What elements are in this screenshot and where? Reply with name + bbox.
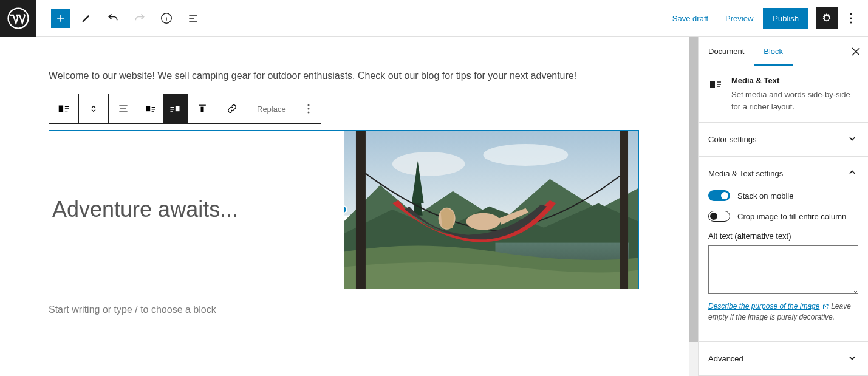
svg-point-19 (466, 213, 501, 230)
align-icon (117, 103, 129, 115)
edit-mode-button[interactable] (75, 7, 97, 29)
svg-rect-16 (356, 131, 366, 289)
svg-point-4 (850, 22, 852, 24)
panel-title: Advanced (708, 354, 743, 363)
media-right-icon (169, 103, 181, 115)
save-draft-button[interactable]: Save draft (665, 8, 716, 29)
panel-header-color[interactable]: Color settings (699, 123, 868, 156)
undo-icon (107, 12, 119, 24)
close-icon (852, 47, 860, 56)
media-text-content[interactable]: Adventure awaits... (49, 131, 344, 289)
chevron-up-icon (846, 166, 858, 180)
gear-icon (821, 12, 833, 24)
publish-button[interactable]: Publish (763, 8, 808, 29)
svg-rect-6 (146, 106, 151, 111)
settings-sidebar: Document Block Media & Text Set media an… (698, 37, 868, 376)
media-text-image[interactable] (344, 131, 638, 289)
media-text-icon (57, 102, 70, 115)
toggle-label: Stack on mobile (737, 191, 794, 200)
editor-topbar: Save draft Preview Publish (0, 0, 868, 37)
media-left-button[interactable] (138, 94, 163, 123)
dots-vertical-icon (850, 13, 852, 24)
chevron-down-icon (846, 132, 858, 146)
wordpress-icon (7, 7, 29, 29)
svg-rect-5 (59, 106, 63, 112)
valign-icon (196, 103, 208, 115)
panel-title: Media & Text settings (708, 169, 783, 178)
alt-text-input[interactable] (708, 245, 858, 294)
new-block-placeholder[interactable]: Start writing or type / to choose a bloc… (49, 304, 671, 315)
media-right-button[interactable] (163, 94, 187, 123)
info-icon (160, 12, 173, 25)
wordpress-logo[interactable] (0, 0, 36, 37)
topbar-left-tools (36, 7, 204, 29)
panel-header-media-text[interactable]: Media & Text settings (699, 157, 868, 190)
tab-document[interactable]: Document (699, 37, 754, 66)
svg-point-13 (392, 152, 465, 176)
block-more-button[interactable] (296, 94, 321, 123)
settings-toggle-button[interactable] (816, 7, 838, 29)
link-button[interactable] (217, 94, 247, 123)
add-block-button[interactable] (51, 9, 70, 28)
hammock-photo-placeholder (344, 131, 638, 289)
svg-point-11 (307, 112, 309, 114)
panel-body-media-text: Stack on mobile Crop image to fill entir… (699, 190, 868, 332)
tab-block[interactable]: Block (754, 37, 793, 66)
panel-media-text-settings: Media & Text settings Stack on mobile Cr… (699, 156, 868, 332)
svg-point-10 (307, 108, 309, 110)
panel-title: Color settings (708, 135, 756, 144)
toggle-crop-image[interactable] (708, 211, 730, 222)
svg-rect-7 (176, 106, 180, 111)
alt-text-label: Alt text (alternative text) (708, 231, 858, 241)
block-info-header: Media & Text Set media and words side-by… (699, 66, 868, 122)
undo-button[interactable] (102, 7, 124, 29)
svg-point-2 (850, 13, 852, 15)
svg-point-3 (850, 18, 852, 19)
intro-paragraph[interactable]: Welcome to our website! We sell camping … (49, 70, 671, 81)
outline-button[interactable] (182, 7, 204, 29)
more-options-button[interactable] (840, 7, 862, 29)
alt-help-text: Describe the purpose of the image Leave … (708, 301, 858, 323)
block-description: Set media and words side-by-side for a r… (731, 89, 858, 112)
move-handle[interactable] (79, 94, 108, 123)
link-icon (226, 103, 238, 115)
media-left-icon (145, 103, 157, 115)
outline-icon (187, 12, 199, 24)
block-type-button[interactable] (49, 94, 78, 123)
external-link-icon (822, 303, 829, 310)
vertical-align-button[interactable] (188, 94, 217, 123)
align-button[interactable] (109, 94, 138, 123)
scrollbar-thumb[interactable] (689, 37, 698, 342)
svg-rect-8 (201, 107, 204, 112)
editor-canvas[interactable]: Welcome to our website! We sell camping … (0, 37, 698, 376)
toggle-stack-mobile[interactable] (708, 190, 730, 201)
close-sidebar-button[interactable] (844, 37, 868, 66)
editor-scrollbar[interactable] (689, 37, 698, 376)
plus-icon (55, 12, 67, 24)
dots-vertical-icon (307, 104, 310, 114)
pencil-icon (80, 12, 92, 24)
toggle-label: Crop image to fill entire column (737, 212, 846, 221)
panel-advanced: Advanced (699, 341, 868, 376)
media-text-icon (708, 77, 723, 92)
media-text-heading[interactable]: Adventure awaits... (52, 197, 238, 222)
redo-button (129, 7, 151, 29)
setting-crop-image: Crop image to fill entire column (708, 211, 858, 222)
panel-header-advanced[interactable]: Advanced (699, 342, 868, 375)
redo-icon (134, 12, 146, 24)
media-text-block[interactable]: Adventure awaits... (49, 130, 639, 289)
svg-rect-20 (710, 81, 715, 88)
alt-help-link[interactable]: Describe the purpose of the image (708, 302, 819, 310)
info-button[interactable] (155, 7, 177, 29)
drag-handle-icon (88, 103, 99, 114)
replace-media-button[interactable]: Replace (247, 94, 296, 123)
media-text-block-icon (708, 76, 723, 112)
block-toolbar: Replace (49, 94, 321, 124)
main-layout: Welcome to our website! We sell camping … (0, 37, 868, 376)
chevron-down-icon (846, 352, 858, 366)
preview-button[interactable]: Preview (718, 8, 760, 29)
svg-point-14 (484, 144, 569, 166)
sidebar-tabs: Document Block (699, 37, 868, 66)
panel-color-settings: Color settings (699, 122, 868, 156)
setting-stack-on-mobile: Stack on mobile (708, 190, 858, 201)
